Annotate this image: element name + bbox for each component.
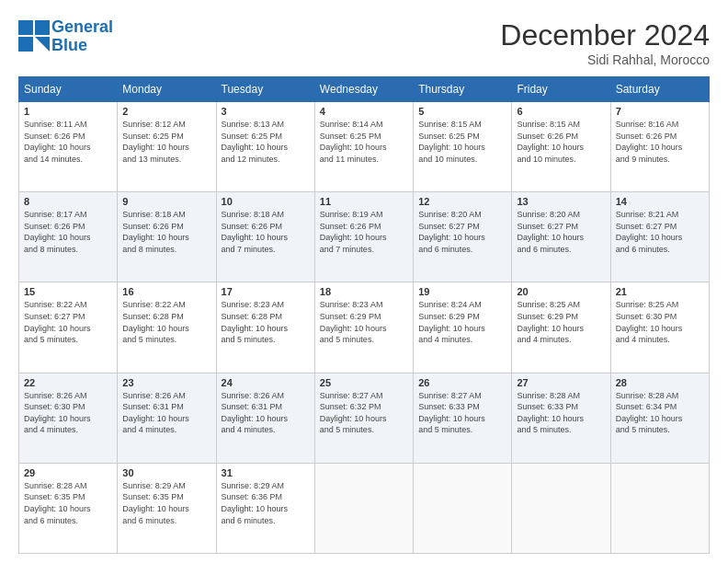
calendar-week-4: 22Sunrise: 8:26 AMSunset: 6:30 PMDayligh… (19, 373, 710, 463)
col-thursday: Thursday (414, 77, 512, 102)
day-detail: Sunrise: 8:28 AMSunset: 6:33 PMDaylight:… (517, 390, 605, 436)
day-detail: Sunrise: 8:22 AMSunset: 6:28 PMDaylight:… (122, 299, 210, 345)
svg-rect-1 (35, 20, 50, 35)
table-row (512, 463, 610, 553)
day-number: 13 (517, 196, 605, 207)
table-row (414, 463, 512, 553)
day-detail: Sunrise: 8:25 AMSunset: 6:29 PMDaylight:… (517, 299, 605, 345)
location: Sidi Rahhal, Morocco (500, 52, 710, 67)
day-number: 9 (122, 196, 210, 207)
col-friday: Friday (512, 77, 610, 102)
table-row: 25Sunrise: 8:27 AMSunset: 6:32 PMDayligh… (314, 373, 413, 463)
table-row: 8Sunrise: 8:17 AMSunset: 6:26 PMDaylight… (19, 192, 118, 282)
table-row: 23Sunrise: 8:26 AMSunset: 6:31 PMDayligh… (118, 373, 216, 463)
title-area: December 2024 Sidi Rahhal, Morocco (500, 18, 710, 67)
header: General Blue December 2024 Sidi Rahhal, … (18, 18, 710, 67)
table-row: 22Sunrise: 8:26 AMSunset: 6:30 PMDayligh… (19, 373, 118, 463)
day-number: 10 (222, 196, 310, 207)
day-number: 25 (320, 377, 408, 388)
day-number: 15 (24, 286, 112, 297)
table-row: 5Sunrise: 8:15 AMSunset: 6:25 PMDaylight… (414, 102, 512, 192)
day-number: 24 (222, 377, 310, 388)
table-row: 26Sunrise: 8:27 AMSunset: 6:33 PMDayligh… (414, 373, 512, 463)
table-row: 15Sunrise: 8:22 AMSunset: 6:27 PMDayligh… (19, 282, 118, 373)
day-detail: Sunrise: 8:28 AMSunset: 6:34 PMDaylight:… (616, 390, 704, 436)
day-number: 23 (122, 377, 210, 388)
table-row: 4Sunrise: 8:14 AMSunset: 6:25 PMDaylight… (314, 102, 413, 192)
day-detail: Sunrise: 8:11 AMSunset: 6:26 PMDaylight:… (24, 119, 112, 165)
table-row: 12Sunrise: 8:20 AMSunset: 6:27 PMDayligh… (414, 192, 512, 282)
day-detail: Sunrise: 8:27 AMSunset: 6:33 PMDaylight:… (418, 390, 506, 436)
logo-text: General Blue (51, 18, 113, 55)
day-detail: Sunrise: 8:29 AMSunset: 6:36 PMDaylight:… (222, 480, 310, 526)
day-number: 2 (122, 106, 210, 117)
day-number: 19 (418, 286, 506, 297)
table-row: 21Sunrise: 8:25 AMSunset: 6:30 PMDayligh… (610, 282, 709, 373)
logo-general: General (51, 17, 113, 36)
day-number: 8 (24, 196, 112, 207)
day-detail: Sunrise: 8:15 AMSunset: 6:26 PMDaylight:… (517, 119, 605, 165)
day-detail: Sunrise: 8:12 AMSunset: 6:25 PMDaylight:… (122, 119, 210, 165)
table-row (610, 463, 709, 553)
col-wednesday: Wednesday (314, 77, 413, 102)
col-monday: Monday (118, 77, 216, 102)
day-detail: Sunrise: 8:20 AMSunset: 6:27 PMDaylight:… (418, 209, 506, 255)
day-detail: Sunrise: 8:23 AMSunset: 6:28 PMDaylight:… (222, 299, 310, 345)
day-detail: Sunrise: 8:14 AMSunset: 6:25 PMDaylight:… (320, 119, 408, 165)
day-detail: Sunrise: 8:19 AMSunset: 6:26 PMDaylight:… (320, 209, 408, 255)
day-detail: Sunrise: 8:28 AMSunset: 6:35 PMDaylight:… (24, 480, 112, 526)
table-row: 7Sunrise: 8:16 AMSunset: 6:26 PMDaylight… (610, 102, 709, 192)
day-detail: Sunrise: 8:25 AMSunset: 6:30 PMDaylight:… (616, 299, 704, 345)
table-row: 20Sunrise: 8:25 AMSunset: 6:29 PMDayligh… (512, 282, 610, 373)
day-number: 21 (616, 286, 704, 297)
day-number: 20 (517, 286, 605, 297)
day-number: 7 (616, 106, 704, 117)
calendar-week-2: 8Sunrise: 8:17 AMSunset: 6:26 PMDaylight… (19, 192, 710, 282)
table-row: 3Sunrise: 8:13 AMSunset: 6:25 PMDaylight… (216, 102, 314, 192)
calendar-week-1: 1Sunrise: 8:11 AMSunset: 6:26 PMDaylight… (19, 102, 710, 192)
day-number: 27 (517, 377, 605, 388)
day-detail: Sunrise: 8:27 AMSunset: 6:32 PMDaylight:… (320, 390, 408, 436)
logo: General Blue (18, 18, 113, 55)
table-row: 18Sunrise: 8:23 AMSunset: 6:29 PMDayligh… (314, 282, 413, 373)
day-number: 16 (122, 286, 210, 297)
day-detail: Sunrise: 8:17 AMSunset: 6:26 PMDaylight:… (24, 209, 112, 255)
day-number: 5 (418, 106, 506, 117)
day-detail: Sunrise: 8:26 AMSunset: 6:31 PMDaylight:… (222, 390, 310, 436)
calendar-week-5: 29Sunrise: 8:28 AMSunset: 6:35 PMDayligh… (19, 463, 710, 553)
logo-icon (18, 20, 51, 53)
day-number: 6 (517, 106, 605, 117)
day-number: 12 (418, 196, 506, 207)
day-detail: Sunrise: 8:24 AMSunset: 6:29 PMDaylight:… (418, 299, 506, 345)
day-number: 31 (222, 467, 310, 478)
table-row: 28Sunrise: 8:28 AMSunset: 6:34 PMDayligh… (610, 373, 709, 463)
day-detail: Sunrise: 8:18 AMSunset: 6:26 PMDaylight:… (222, 209, 310, 255)
day-number: 14 (616, 196, 704, 207)
day-number: 18 (320, 286, 408, 297)
day-detail: Sunrise: 8:22 AMSunset: 6:27 PMDaylight:… (24, 299, 112, 345)
day-detail: Sunrise: 8:15 AMSunset: 6:25 PMDaylight:… (418, 119, 506, 165)
col-tuesday: Tuesday (216, 77, 314, 102)
table-row: 13Sunrise: 8:20 AMSunset: 6:27 PMDayligh… (512, 192, 610, 282)
table-row: 14Sunrise: 8:21 AMSunset: 6:27 PMDayligh… (610, 192, 709, 282)
day-number: 17 (222, 286, 310, 297)
svg-rect-2 (18, 37, 33, 52)
table-row: 31Sunrise: 8:29 AMSunset: 6:36 PMDayligh… (216, 463, 314, 553)
table-row: 24Sunrise: 8:26 AMSunset: 6:31 PMDayligh… (216, 373, 314, 463)
day-number: 1 (24, 106, 112, 117)
table-row: 30Sunrise: 8:29 AMSunset: 6:35 PMDayligh… (118, 463, 216, 553)
day-detail: Sunrise: 8:29 AMSunset: 6:35 PMDaylight:… (122, 480, 210, 526)
calendar-page: General Blue December 2024 Sidi Rahhal, … (0, 0, 728, 563)
table-row: 1Sunrise: 8:11 AMSunset: 6:26 PMDaylight… (19, 102, 118, 192)
day-number: 29 (24, 467, 112, 478)
table-row: 9Sunrise: 8:18 AMSunset: 6:26 PMDaylight… (118, 192, 216, 282)
calendar-header-row: Sunday Monday Tuesday Wednesday Thursday… (19, 77, 710, 102)
day-number: 4 (320, 106, 408, 117)
day-number: 22 (24, 377, 112, 388)
day-detail: Sunrise: 8:16 AMSunset: 6:26 PMDaylight:… (616, 119, 704, 165)
day-number: 11 (320, 196, 408, 207)
day-number: 3 (222, 106, 310, 117)
table-row: 10Sunrise: 8:18 AMSunset: 6:26 PMDayligh… (216, 192, 314, 282)
table-row: 19Sunrise: 8:24 AMSunset: 6:29 PMDayligh… (414, 282, 512, 373)
day-detail: Sunrise: 8:18 AMSunset: 6:26 PMDaylight:… (122, 209, 210, 255)
